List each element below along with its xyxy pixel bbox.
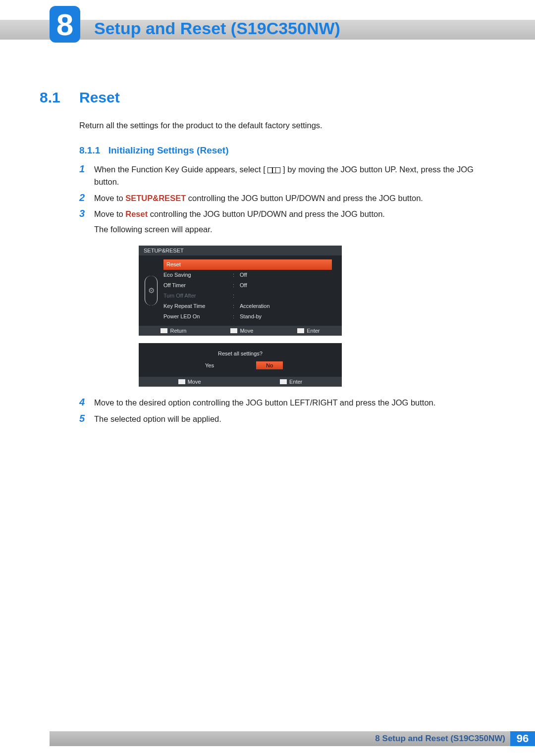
- osd-confirm: Reset all settings? Yes No Move Enter: [139, 343, 342, 387]
- confirm-yes[interactable]: Yes: [198, 361, 221, 369]
- chapter-number: 8: [56, 7, 73, 42]
- hint-enter-label: Enter: [307, 328, 320, 334]
- move-icon: [178, 379, 185, 384]
- confirm-question: Reset all settings?: [139, 343, 342, 361]
- osd-header: SETUP&RESET: [139, 246, 342, 255]
- osd-item-label: Key Repeat Time: [163, 303, 233, 309]
- move-icon: [230, 328, 237, 333]
- osd-item-value: Stand-by: [240, 313, 262, 319]
- enter-icon: [280, 379, 287, 384]
- osd-menu-item[interactable]: Off Timer:Off: [163, 280, 332, 291]
- enter-icon: [297, 328, 304, 333]
- osd-colon: :: [233, 272, 240, 278]
- step-5-text: The selected option will be applied.: [94, 413, 221, 425]
- osd-colon: :: [233, 313, 240, 319]
- step-number: 5: [79, 413, 94, 424]
- osd-menu-item[interactable]: Turn Off After:: [163, 291, 332, 301]
- osd-main: SETUP&RESET ⚙ ResetEco Saving:OffOff Tim…: [139, 246, 342, 336]
- osd-menu-item[interactable]: Key Repeat Time:Acceleration: [163, 301, 332, 311]
- step-2-a: Move to: [94, 194, 125, 202]
- osd-item-label: Eco Saving: [163, 272, 233, 278]
- hint-move-2: Move: [178, 379, 201, 385]
- osd-item-label: Turn Off After: [163, 293, 233, 299]
- confirm-no[interactable]: No: [256, 361, 283, 369]
- hint-return: Return: [160, 328, 186, 334]
- subsection-title: Initializing Settings (Reset): [108, 145, 229, 155]
- osd-menu-item[interactable]: Reset: [163, 259, 332, 270]
- hint-enter-label-2: Enter: [289, 379, 302, 385]
- step-3-b: controlling the JOG button UP/DOWN and p…: [148, 209, 385, 218]
- step-2-bold: SETUP&RESET: [125, 194, 186, 202]
- step-3-bold: Reset: [125, 209, 148, 218]
- step-2-text: Move to SETUP&RESET controlling the JOG …: [94, 192, 423, 204]
- return-icon: [160, 328, 167, 333]
- hint-return-label: Return: [170, 328, 186, 334]
- hint-move-label-2: Move: [188, 379, 201, 385]
- step-3-text: Move to Reset controlling the JOG button…: [94, 208, 385, 236]
- menu-icon: [268, 167, 280, 173]
- hint-move-label: Move: [240, 328, 253, 334]
- osd-item-value: Off: [240, 282, 247, 288]
- chapter-title: Setup and Reset (S19C350NW): [94, 19, 340, 38]
- intro-text: Return all the settings for the product …: [79, 121, 495, 130]
- osd-menu-item[interactable]: Eco Saving:Off: [163, 270, 332, 280]
- osd-item-value: Off: [240, 272, 247, 278]
- step-number: 1: [79, 163, 94, 175]
- step-number: 4: [79, 397, 94, 408]
- chapter-badge: 8: [50, 6, 80, 43]
- osd-item-label: Reset: [163, 261, 228, 267]
- subsection-number: 8.1.1: [79, 145, 100, 155]
- osd-colon: :: [233, 293, 240, 299]
- step-3-a: Move to: [94, 209, 125, 218]
- page-number: 96: [510, 731, 535, 746]
- osd-item-label: Off Timer: [163, 282, 233, 288]
- osd-colon: :: [233, 303, 240, 309]
- section-number: 8.1: [40, 89, 79, 106]
- footer-label: 8 Setup and Reset (S19C350NW): [375, 734, 505, 744]
- step-4-text: Move to the desired option controlling t…: [94, 397, 435, 409]
- osd-item-label: Power LED On: [163, 313, 233, 319]
- osd-scroll-indicator: [145, 276, 158, 305]
- step-number: 3: [79, 208, 94, 219]
- osd-menu-item[interactable]: Power LED On:Stand-by: [163, 311, 332, 322]
- step-number: 2: [79, 192, 94, 203]
- osd-item-value: Acceleration: [240, 303, 270, 309]
- hint-enter: Enter: [297, 328, 320, 334]
- osd-colon: :: [233, 282, 240, 288]
- section-title: Reset: [79, 89, 120, 106]
- step-2-b: controlling the JOG button UP/DOWN and p…: [186, 194, 423, 202]
- footer-bar: 8 Setup and Reset (S19C350NW) 96: [50, 731, 535, 746]
- step-3-follow: The following screen will appear.: [94, 223, 385, 236]
- step-1-text: When the Function Key Guide appears, sel…: [94, 163, 495, 188]
- step-1-a: When the Function Key Guide appears, sel…: [94, 165, 263, 174]
- hint-enter-2: Enter: [280, 379, 302, 385]
- hint-move: Move: [230, 328, 253, 334]
